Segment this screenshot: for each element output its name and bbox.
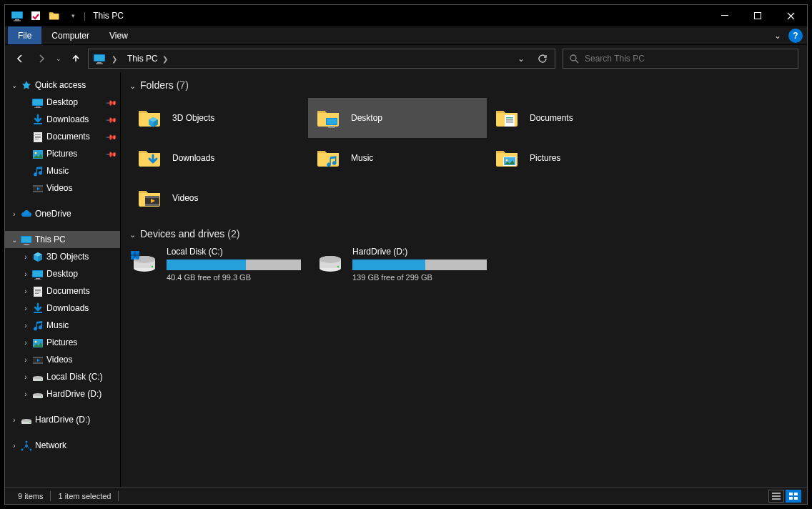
recent-dropdown-icon[interactable]: ⌄ — [54, 49, 64, 68]
search-box[interactable] — [563, 49, 798, 69]
3d-icon — [135, 103, 165, 133]
tree-this-pc-item[interactable]: ›Desktop — [5, 265, 120, 282]
chevron-down-icon[interactable]: ⌄ — [129, 230, 136, 239]
pin-icon: 📌 — [106, 114, 117, 125]
tree-this-pc-item[interactable]: ›Documents — [5, 282, 120, 300]
chevron-right-icon[interactable]: › — [21, 253, 31, 261]
svg-rect-52 — [794, 497, 798, 500]
downloads-folder-icon — [135, 143, 165, 173]
titlebar-app-icon — [9, 8, 25, 24]
maximize-button[interactable] — [741, 5, 774, 26]
pictures-icon — [31, 148, 44, 159]
chevron-right-icon[interactable]: › — [21, 270, 31, 278]
folder-label: Pictures — [530, 153, 560, 163]
tree-quick-access-item[interactable]: Videos — [5, 179, 120, 197]
forward-button[interactable] — [32, 49, 51, 68]
tree-this-pc-item[interactable]: ›HardDrive (D:) — [5, 385, 120, 402]
close-button[interactable] — [774, 5, 807, 26]
refresh-button[interactable] — [532, 49, 553, 68]
folder-tile[interactable]: Documents — [487, 98, 665, 138]
monitor-icon — [19, 234, 32, 245]
ribbon-tab-view[interactable]: View — [99, 26, 138, 44]
chevron-down-icon[interactable]: ⌄ — [9, 81, 19, 89]
chevron-right-icon[interactable]: › — [21, 322, 31, 330]
folder-tile[interactable]: 3D Objects — [129, 98, 308, 138]
pictures-icon — [31, 337, 44, 348]
group-header-folders[interactable]: ⌄ Folders (7) — [129, 79, 794, 91]
view-tiles-button[interactable] — [786, 490, 801, 503]
tree-quick-access[interactable]: ⌄ Quick access — [5, 76, 120, 94]
tree-this-pc-item[interactable]: ›3D Objects — [5, 248, 120, 265]
desktop-folder-icon — [314, 103, 344, 133]
titlebar[interactable]: ▾ | This PC — [5, 5, 807, 26]
tree-quick-access-item[interactable]: Pictures📌 — [5, 145, 120, 162]
folder-tile[interactable]: Desktop — [308, 98, 487, 138]
up-button[interactable] — [66, 49, 85, 68]
svg-rect-51 — [789, 497, 793, 500]
address-dropdown-icon[interactable]: ⌄ — [510, 49, 532, 68]
tree-network[interactable]: › Network — [5, 437, 120, 454]
folder-tile[interactable]: Videos — [129, 178, 308, 218]
chevron-right-icon[interactable]: › — [9, 442, 19, 450]
navigation-pane[interactable]: ⌄ Quick access Desktop📌Downloads📌Documen… — [5, 72, 121, 487]
chevron-right-icon[interactable]: › — [21, 373, 31, 381]
svg-rect-49 — [789, 493, 793, 495]
drive-icon — [19, 414, 32, 425]
folder-label: Music — [351, 153, 373, 163]
drive-tile[interactable]: HardDrive (D:)139 GB free of 299 GB — [315, 247, 487, 282]
address-icon — [91, 51, 107, 66]
svg-rect-48 — [772, 498, 781, 500]
chevron-right-icon[interactable]: › — [21, 339, 31, 347]
tree-quick-access-item[interactable]: Music — [5, 162, 120, 179]
folder-label: Desktop — [351, 113, 382, 123]
tree-quick-access-item[interactable]: Desktop📌 — [5, 94, 120, 111]
minimize-button[interactable] — [708, 5, 741, 26]
tree-this-pc[interactable]: ⌄ This PC — [5, 231, 120, 248]
chevron-down-icon[interactable]: ⌄ — [9, 236, 19, 244]
qat-dropdown-icon[interactable]: ▾ — [65, 8, 81, 24]
content-pane[interactable]: ⌄ Folders (7) 3D ObjectsDesktopDocuments… — [121, 72, 807, 487]
ribbon-tab-computer[interactable]: Computer — [41, 26, 99, 44]
qat-properties-icon[interactable] — [28, 8, 44, 24]
folder-tile[interactable]: Music — [308, 138, 487, 178]
address-bar[interactable]: ❯ This PC ❯ ⌄ — [88, 49, 555, 69]
chevron-right-icon[interactable]: › — [21, 287, 31, 295]
drive-tile[interactable]: Local Disk (C:)40.4 GB free of 99.3 GB — [129, 247, 301, 282]
chevron-right-icon[interactable]: › — [21, 390, 31, 398]
qat-newfolder-icon[interactable] — [46, 8, 62, 24]
chevron-right-icon[interactable]: › — [21, 305, 31, 312]
chevron-right-icon[interactable]: ❯ — [112, 55, 117, 63]
search-input[interactable] — [585, 54, 792, 64]
chevron-down-icon[interactable]: ⌄ — [129, 81, 136, 91]
tree-quick-access-item[interactable]: Documents📌 — [5, 128, 120, 145]
tree-this-pc-item[interactable]: ›Downloads — [5, 300, 120, 317]
back-button[interactable] — [11, 49, 29, 68]
drive-icon — [315, 247, 345, 277]
ribbon-file-tab[interactable]: File — [8, 26, 41, 44]
tree-quick-access-item[interactable]: Downloads📌 — [5, 111, 120, 128]
tree-this-pc-item[interactable]: ›Local Disk (C:) — [5, 368, 120, 385]
tree-this-pc-item[interactable]: ›Music — [5, 317, 120, 334]
view-details-button[interactable] — [768, 490, 784, 503]
folder-tile[interactable]: Pictures — [487, 138, 665, 178]
tree-this-pc-item[interactable]: ›Videos — [5, 351, 120, 368]
ribbon-expand-icon[interactable]: ⌄ — [768, 26, 787, 44]
tree-harddrive[interactable]: › HardDrive (D:) — [5, 411, 120, 428]
chevron-right-icon[interactable]: › — [9, 416, 19, 424]
chevron-right-icon[interactable]: ❯ — [162, 55, 168, 63]
desktop-icon — [31, 97, 44, 108]
help-icon[interactable]: ? — [788, 29, 803, 43]
tree-onedrive[interactable]: › OneDrive — [5, 205, 120, 222]
chevron-right-icon[interactable]: › — [21, 356, 31, 364]
videos-folder-icon — [135, 183, 165, 213]
folder-tile[interactable]: Downloads — [129, 138, 308, 178]
tree-this-pc-item[interactable]: ›Pictures — [5, 334, 120, 351]
documents-icon — [31, 285, 44, 297]
group-header-drives[interactable]: ⌄ Devices and drives (2) — [129, 228, 794, 239]
address-location[interactable]: This PC — [127, 54, 158, 64]
3d-icon — [31, 251, 44, 262]
chevron-right-icon[interactable]: › — [9, 210, 19, 218]
svg-rect-39 — [506, 122, 513, 123]
window-title: This PC — [93, 11, 124, 21]
svg-rect-44 — [145, 196, 159, 198]
